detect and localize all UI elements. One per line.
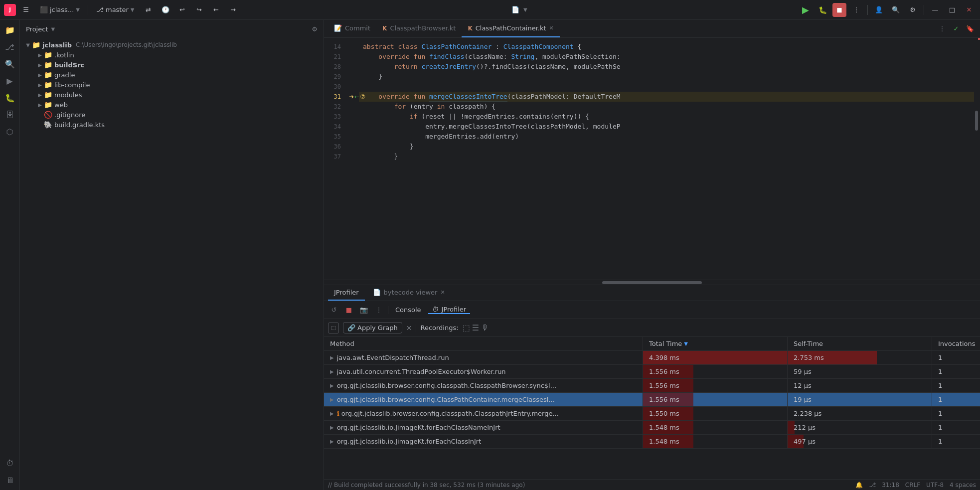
tree-item-kotlin[interactable]: ▶ 📁 .kotlin bbox=[20, 50, 324, 60]
expand-arrow-root[interactable]: ▼ bbox=[24, 42, 32, 48]
branch-btn[interactable]: ⎇ master ▼ bbox=[92, 4, 139, 15]
record-list-icon[interactable]: ☰ bbox=[472, 323, 479, 332]
settings-icon[interactable]: ⚙ bbox=[906, 3, 920, 17]
expand-icon-3[interactable]: ▶ bbox=[330, 397, 334, 402]
tab-classpathbrowser[interactable]: K ClasspathBrowser.kt bbox=[376, 20, 462, 37]
line-separator[interactable]: CRLF bbox=[905, 482, 920, 489]
table-row-selected[interactable]: ▶ org.gjt.jclasslib.browser.config.Class… bbox=[324, 393, 980, 407]
view-toggle-btn[interactable]: ⬚ bbox=[328, 323, 339, 333]
minimize-button[interactable]: — bbox=[928, 3, 942, 17]
table-row[interactable]: ▶ java.awt.EventDispatchThread.run 4.398… bbox=[324, 351, 980, 365]
tab-commit[interactable]: 📝 Commit bbox=[328, 20, 376, 37]
project-settings-icon[interactable]: ⚙ bbox=[312, 25, 318, 33]
sidebar-icon-project[interactable]: 📁 bbox=[2, 22, 18, 38]
td-invocations-2: 1 bbox=[932, 379, 980, 392]
tab-bytecode-viewer[interactable]: 📄 bytecode viewer ✕ bbox=[367, 285, 451, 301]
tab-console[interactable]: Console bbox=[391, 306, 425, 314]
expand-arrow-web[interactable]: ▶ bbox=[36, 102, 44, 108]
sidebar-icon-vcs[interactable]: ⎇ bbox=[2, 39, 18, 55]
expand-icon-6[interactable]: ▶ bbox=[330, 439, 334, 444]
redo-icon[interactable]: ↪ bbox=[192, 3, 206, 17]
tree-item-modules[interactable]: ▶ 📁 modules bbox=[20, 90, 324, 100]
vcs-update-icon[interactable]: ⇄ bbox=[142, 3, 156, 17]
tree-item-web[interactable]: ▶ 📁 web bbox=[20, 100, 324, 110]
th-selftime[interactable]: Self-Time bbox=[788, 337, 932, 350]
sidebar-icon-debug[interactable]: 🐛 bbox=[2, 90, 18, 106]
sidebar-icon-find[interactable]: 🔍 bbox=[2, 56, 18, 72]
back-icon[interactable]: ← bbox=[209, 3, 223, 17]
table-row[interactable]: ▶ org.gjt.jclasslib.io.JimageKt.forEachC… bbox=[324, 421, 980, 435]
account-icon[interactable]: 👤 bbox=[872, 3, 886, 17]
apply-graph-btn[interactable]: 🔗 Apply Graph bbox=[343, 322, 402, 333]
expand-arrow-buildsrc[interactable]: ▶ bbox=[36, 62, 44, 68]
expand-arrow-gradle[interactable]: ▶ bbox=[36, 72, 44, 78]
bytecode-viewer-close-icon[interactable]: ✕ bbox=[440, 289, 445, 296]
file-encoding[interactable]: UTF-8 bbox=[926, 482, 944, 489]
expand-icon-1[interactable]: ▶ bbox=[330, 369, 334, 374]
cursor-position[interactable]: 31:18 bbox=[882, 482, 899, 489]
expand-icon-2[interactable]: ▶ bbox=[330, 383, 334, 388]
totaltime-value-5: 1.548 ms bbox=[649, 424, 679, 431]
tab-jprofiler[interactable]: JProfiler bbox=[328, 285, 365, 301]
sidebar-icon-database[interactable]: 🗄 bbox=[2, 107, 18, 123]
expand-arrow-modules[interactable]: ▶ bbox=[36, 92, 44, 98]
tree-item-libcompile[interactable]: ▶ 📁 lib-compile bbox=[20, 80, 324, 90]
sidebar-icon-profiler[interactable]: ⏱ bbox=[2, 455, 18, 471]
code-content[interactable]: abstract class ClassPathContainer : Clas… bbox=[359, 38, 974, 280]
hamburger-menu-icon[interactable]: ☰ bbox=[19, 3, 33, 17]
expand-arrow-libcompile[interactable]: ▶ bbox=[36, 82, 44, 88]
record-table-icon[interactable]: ⬚ bbox=[463, 323, 470, 332]
history-icon[interactable]: 🕐 bbox=[159, 3, 172, 17]
table-row[interactable]: ▶ org.gjt.jclasslib.browser.config.class… bbox=[324, 379, 980, 393]
checkmark-icon[interactable]: ✓ bbox=[950, 23, 962, 35]
tree-item-buildgradle[interactable]: ▶ 🐘 build.gradle.kts bbox=[20, 120, 324, 130]
expand-icon-5[interactable]: ▶ bbox=[330, 425, 334, 430]
project-name-btn[interactable]: ⬛ jclass... ▼ bbox=[36, 4, 84, 15]
snapshot-btn[interactable]: 📷 bbox=[358, 304, 370, 316]
more-actions-icon[interactable]: ⋮ bbox=[849, 3, 863, 17]
undo-icon[interactable]: ↩ bbox=[175, 3, 189, 17]
run-button[interactable]: ▶ bbox=[799, 3, 813, 17]
jprofiler-label: JProfiler bbox=[334, 289, 359, 296]
h-scrollbar[interactable] bbox=[324, 280, 980, 285]
code-line-35: mergedEntries.add(entry) bbox=[359, 132, 974, 142]
more-profiler-btn[interactable]: ⋮ bbox=[373, 304, 385, 316]
recent-files-icon[interactable]: ⋮ bbox=[936, 23, 948, 35]
expand-icon-0[interactable]: ▶ bbox=[330, 355, 334, 360]
tree-item-root[interactable]: ▼ 📁 jclasslib C:\Users\ingo\projects.git… bbox=[20, 40, 324, 50]
git-status[interactable]: ⎇ bbox=[869, 482, 876, 489]
refresh-btn[interactable]: ↺ bbox=[328, 304, 340, 316]
bookmarks-icon[interactable]: 🔖 bbox=[964, 23, 976, 35]
tree-item-gitignore[interactable]: ▶ 🚫 .gitignore bbox=[20, 110, 324, 120]
table-row[interactable]: ▶ ℹ org.gjt.jclasslib.browser.config.cla… bbox=[324, 407, 980, 421]
close-button[interactable]: ✕ bbox=[962, 3, 976, 17]
sidebar-icon-run[interactable]: ▶ bbox=[2, 73, 18, 89]
close-graph-btn[interactable]: ✕ bbox=[406, 324, 412, 332]
indent-settings[interactable]: 4 spaces bbox=[950, 482, 976, 489]
stop-button[interactable]: ■ bbox=[832, 3, 846, 17]
expand-icon-4[interactable]: ▶ bbox=[330, 411, 334, 416]
status-message: // Build completed successfully in 38 se… bbox=[328, 482, 849, 489]
th-totaltime[interactable]: Total Time ▼ bbox=[643, 337, 788, 350]
expand-arrow-kotlin[interactable]: ▶ bbox=[36, 52, 44, 58]
tree-item-buildsrc[interactable]: ▶ 📁 buildSrc bbox=[20, 60, 324, 70]
maximize-button[interactable]: □ bbox=[945, 3, 959, 17]
sidebar-icon-gradle[interactable]: ⬡ bbox=[2, 124, 18, 140]
tree-item-gradle[interactable]: ▶ 📁 gradle bbox=[20, 70, 324, 80]
sidebar-icon-terminal[interactable]: 🖥 bbox=[2, 472, 18, 488]
search-everywhere-icon[interactable]: 🔍 bbox=[889, 3, 903, 17]
forward-icon[interactable]: → bbox=[226, 3, 240, 17]
th-invocations[interactable]: Invocations bbox=[932, 337, 980, 350]
tab-classpathcontainer[interactable]: K ClassPathContainer.kt ✕ bbox=[462, 20, 559, 37]
tab-close-icon[interactable]: ✕ bbox=[549, 25, 554, 31]
tab-jprofiler-inner[interactable]: ⏱ JProfiler bbox=[428, 306, 471, 314]
h-scroll-thumb[interactable] bbox=[602, 281, 702, 284]
table-row[interactable]: ▶ java.util.concurrent.ThreadPoolExecuto… bbox=[324, 365, 980, 379]
record-mic-icon[interactable]: 🎙 bbox=[481, 323, 489, 332]
table-row[interactable]: ▶ org.gjt.jclasslib.io.JimageKt.forEachC… bbox=[324, 435, 980, 449]
debug-button[interactable]: 🐛 bbox=[816, 3, 829, 17]
bytecode-viewer-btn[interactable]: 📄 ▼ bbox=[507, 4, 531, 15]
stop-profiler-btn[interactable]: ■ bbox=[343, 304, 355, 316]
notifications-status[interactable]: 🔔 bbox=[855, 482, 863, 489]
th-method[interactable]: Method bbox=[324, 337, 643, 350]
